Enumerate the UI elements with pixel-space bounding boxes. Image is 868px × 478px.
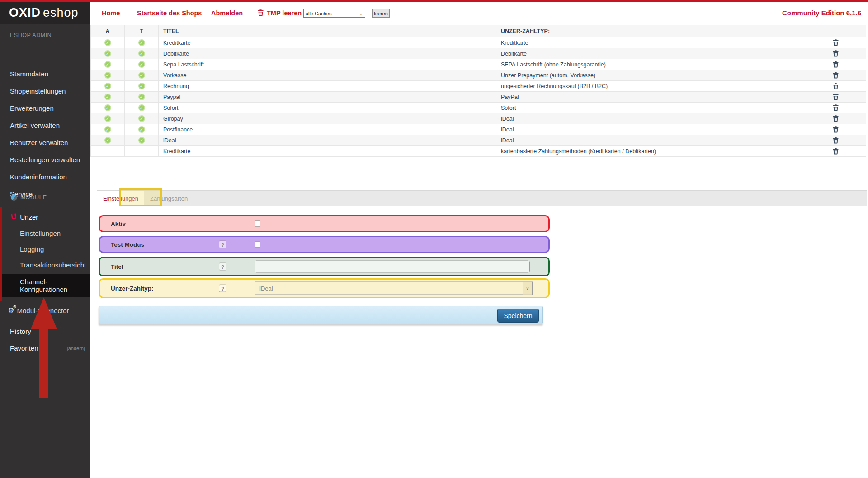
row-titel[interactable]: Vorkasse bbox=[159, 70, 496, 80]
test-check-icon[interactable]: ✓ bbox=[138, 50, 145, 57]
titel-input[interactable] bbox=[255, 261, 530, 273]
sidebar-subitem-transaktions-bersicht[interactable]: Transaktionsübersicht bbox=[20, 261, 86, 269]
tmp-clear-label: TMP leeren bbox=[267, 9, 302, 17]
edition-label: Community Edition 6.1.6 bbox=[782, 2, 861, 24]
help-icon[interactable]: ? bbox=[219, 263, 226, 271]
row-titel[interactable]: Rechnung bbox=[159, 81, 496, 91]
favorites-edit-link[interactable]: [ändern] bbox=[67, 346, 85, 351]
delete-row-button[interactable] bbox=[825, 81, 846, 91]
active-check-icon[interactable]: ✓ bbox=[104, 94, 111, 100]
sidebar-item-stammdaten[interactable]: Stammdaten bbox=[10, 70, 48, 78]
help-icon[interactable]: ? bbox=[219, 285, 226, 292]
test-check-icon[interactable]: ✓ bbox=[138, 126, 145, 133]
sidebar-item-shopeinstellungen[interactable]: Shopeinstellungen bbox=[10, 87, 66, 95]
row-unzer-zahltyp[interactable]: iDeal bbox=[496, 113, 825, 124]
sidebar-item-erweiterungen[interactable]: Erweiterungen bbox=[10, 104, 54, 112]
home-link[interactable]: Home bbox=[102, 2, 120, 24]
row-titel[interactable]: Kreditkarte bbox=[159, 37, 496, 48]
test-check-icon[interactable]: ✓ bbox=[138, 94, 145, 100]
row-titel[interactable]: Debitkarte bbox=[159, 48, 496, 59]
row-unzer-zahltyp[interactable]: Kreditkarte bbox=[496, 37, 825, 48]
row-unzer-zahltyp[interactable]: iDeal bbox=[496, 135, 825, 145]
row-titel[interactable]: Paypal bbox=[159, 92, 496, 102]
active-check-icon[interactable]: ✓ bbox=[104, 83, 111, 89]
active-check-icon[interactable]: ✓ bbox=[104, 61, 111, 68]
row-titel[interactable]: Sepa Lastschrift bbox=[159, 59, 496, 70]
active-cell: ✓ bbox=[91, 103, 125, 113]
row-titel[interactable]: Postfinance bbox=[159, 124, 496, 135]
test-check-icon[interactable]: ✓ bbox=[138, 115, 145, 122]
row-titel[interactable]: Sofort bbox=[159, 103, 496, 113]
delete-row-button[interactable] bbox=[825, 37, 846, 48]
delete-row-button[interactable] bbox=[825, 146, 846, 156]
active-check-icon[interactable]: ✓ bbox=[104, 104, 111, 111]
sidebar-item-bestellungen-verwalten[interactable]: Bestellungen verwalten bbox=[10, 156, 80, 164]
row-unzer-zahltyp[interactable]: PayPal bbox=[496, 92, 825, 102]
active-check-icon[interactable]: ✓ bbox=[104, 50, 111, 57]
delete-row-button[interactable] bbox=[825, 113, 846, 124]
delete-row-button[interactable] bbox=[825, 59, 846, 70]
sidebar-item-history[interactable]: History bbox=[10, 328, 31, 335]
sidebar-item-modul-connector[interactable]: ⚙⚙ Modul-Connector bbox=[8, 306, 69, 314]
test-check-icon[interactable]: ✓ bbox=[138, 83, 145, 89]
test-modus-checkbox[interactable] bbox=[255, 242, 260, 248]
sidebar-item-channel-konfigurationen[interactable]: Channel-Konfigurationen bbox=[2, 274, 90, 297]
tab-zahlungsarten[interactable]: Zahlungsarten bbox=[144, 191, 193, 206]
test-check-icon[interactable]: ✓ bbox=[138, 104, 145, 111]
sidebar-item-benutzer-verwalten[interactable]: Benutzer verwalten bbox=[10, 139, 68, 146]
row-unzer-zahltyp[interactable]: ungesicherter Rechnungskauf (B2B / B2C) bbox=[496, 81, 825, 91]
shop-start-link[interactable]: Startseite des Shops bbox=[137, 2, 202, 24]
test-cell: ✓ bbox=[125, 48, 159, 59]
delete-row-button[interactable] bbox=[825, 135, 846, 145]
active-item-label: Channel-Konfigurationen bbox=[20, 278, 85, 293]
gear-icon: ⚙⚙ bbox=[8, 306, 14, 314]
row-unzer-zahltyp[interactable]: iDeal bbox=[496, 124, 825, 135]
cache-select[interactable]: alle Caches ⌄ bbox=[303, 9, 365, 18]
delete-row-button[interactable] bbox=[825, 92, 846, 102]
col-header-actions bbox=[825, 25, 846, 37]
row-unzer-zahltyp[interactable]: SEPA Lastschrift (ohne Zahlungsgarantie) bbox=[496, 59, 825, 70]
row-unzer-zahltyp[interactable]: Unzer Prepayment (autom. Vorkasse) bbox=[496, 70, 825, 80]
sidebar-subitem-einstellungen[interactable]: Einstellungen bbox=[20, 230, 61, 237]
trash-icon bbox=[833, 148, 839, 155]
active-check-icon[interactable]: ✓ bbox=[104, 137, 111, 144]
test-cell: ✓ bbox=[125, 81, 159, 91]
test-cell: ✓ bbox=[125, 37, 159, 48]
test-cell: ✓ bbox=[125, 59, 159, 70]
save-button[interactable]: Speichern bbox=[497, 309, 539, 323]
table-row: ✓✓PostfinanceiDeal bbox=[91, 124, 866, 135]
sidebar-subitem-logging[interactable]: Logging bbox=[20, 245, 44, 253]
sidebar-item-artikel-verwalten[interactable]: Artikel verwalten bbox=[10, 122, 60, 129]
delete-row-button[interactable] bbox=[825, 103, 846, 113]
active-check-icon[interactable]: ✓ bbox=[104, 72, 111, 79]
active-check-icon[interactable]: ✓ bbox=[104, 115, 111, 122]
delete-row-button[interactable] bbox=[825, 124, 846, 135]
clear-cache-button[interactable]: leeren bbox=[372, 9, 390, 18]
delete-row-button[interactable] bbox=[825, 70, 846, 80]
row-titel[interactable]: Kreditkarte bbox=[159, 146, 496, 156]
sidebar-item-unzer[interactable]: U Unzer bbox=[11, 212, 38, 221]
row-unzer-zahltyp[interactable]: Debitkarte bbox=[496, 48, 825, 59]
test-cell: ✓ bbox=[125, 92, 159, 102]
table-row: ✓✓Sepa LastschriftSEPA Lastschrift (ohne… bbox=[91, 59, 866, 70]
tab-einstellungen[interactable]: Einstellungen bbox=[97, 191, 144, 206]
row-unzer-zahltyp[interactable]: Sofort bbox=[496, 103, 825, 113]
row-titel[interactable]: iDeal bbox=[159, 135, 496, 145]
active-check-icon[interactable]: ✓ bbox=[104, 39, 111, 46]
active-check-icon[interactable]: ✓ bbox=[104, 126, 111, 133]
aktiv-checkbox[interactable] bbox=[255, 221, 260, 227]
help-icon[interactable]: ? bbox=[219, 241, 226, 248]
row-actions bbox=[825, 113, 846, 124]
test-check-icon[interactable]: ✓ bbox=[138, 72, 145, 79]
test-check-icon[interactable]: ✓ bbox=[138, 61, 145, 68]
sidebar-item-kundeninformation[interactable]: Kundeninformation bbox=[10, 173, 67, 181]
sidebar-item-favoriten[interactable]: Favoriten bbox=[10, 344, 38, 352]
delete-row-button[interactable] bbox=[825, 48, 846, 59]
row-titel[interactable]: Giropay bbox=[159, 113, 496, 124]
paytype-select[interactable]: iDeal ∨ bbox=[255, 282, 533, 295]
test-check-icon[interactable]: ✓ bbox=[138, 39, 145, 46]
tmp-clear-link[interactable]: TMP leeren bbox=[258, 2, 302, 24]
test-check-icon[interactable]: ✓ bbox=[138, 137, 145, 144]
row-unzer-zahltyp[interactable]: kartenbasierte Zahlungsmethoden (Kreditk… bbox=[496, 146, 825, 156]
logout-link[interactable]: Abmelden bbox=[211, 2, 243, 24]
